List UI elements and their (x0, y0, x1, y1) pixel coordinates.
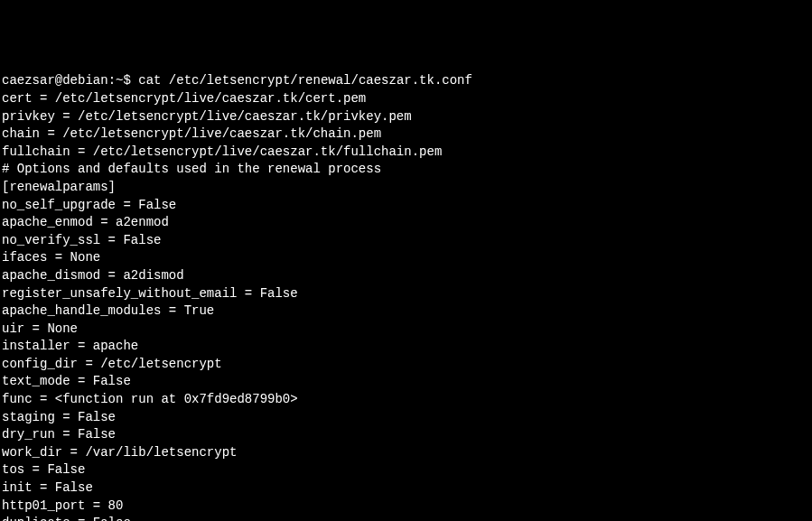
output-line: no_self_upgrade = False (2, 197, 810, 215)
output-line: privkey = /etc/letsencrypt/live/caeszar.… (2, 108, 810, 126)
output-line: http01_port = 80 (2, 498, 810, 516)
output-line: work_dir = /var/lib/letsencrypt (2, 444, 810, 462)
output-line: fullchain = /etc/letsencrypt/live/caesza… (2, 144, 810, 162)
output-line: tos = False (2, 461, 810, 479)
output-line: text_mode = False (2, 373, 810, 391)
output-line: apache_dismod = a2dismod (2, 267, 810, 285)
prompt-dollar: $ (123, 73, 130, 88)
output-line: staging = False (2, 409, 810, 427)
output-line: installer = apache (2, 338, 810, 356)
output-line: config_dir = /etc/letsencrypt (2, 356, 810, 374)
output-line: apache_handle_modules = True (2, 302, 810, 321)
output-line: cert = /etc/letsencrypt/live/caeszar.tk/… (2, 90, 810, 108)
output-line: register_unsafely_without_email = False (2, 285, 810, 303)
output-line: dry_run = False (2, 426, 810, 444)
output-line: [renewalparams] (2, 179, 810, 197)
output-line: uir = None (2, 321, 810, 339)
terminal-window[interactable]: caezsar@debian:~$ cat /etc/letsencrypt/r… (2, 72, 810, 521)
output-line: duplicate = False (2, 515, 810, 521)
output-line: no_verify_ssl = False (2, 232, 810, 250)
output-line: apache_enmod = a2enmod (2, 214, 810, 232)
output-line: init = False (2, 479, 810, 498)
output-line: # Options and defaults used in the renew… (2, 161, 810, 179)
output-line: func = <function run at 0x7fd9ed8799b0> (2, 391, 810, 409)
prompt-separator: : (108, 73, 116, 88)
prompt-userhost: caezsar@debian (2, 73, 108, 88)
output-line: ifaces = None (2, 249, 810, 267)
prompt-line: caezsar@debian:~$ cat /etc/letsencrypt/r… (2, 72, 810, 90)
output-line: chain = /etc/letsencrypt/live/caeszar.tk… (2, 126, 810, 144)
command-text: cat /etc/letsencrypt/renewal/caeszar.tk.… (138, 73, 472, 88)
